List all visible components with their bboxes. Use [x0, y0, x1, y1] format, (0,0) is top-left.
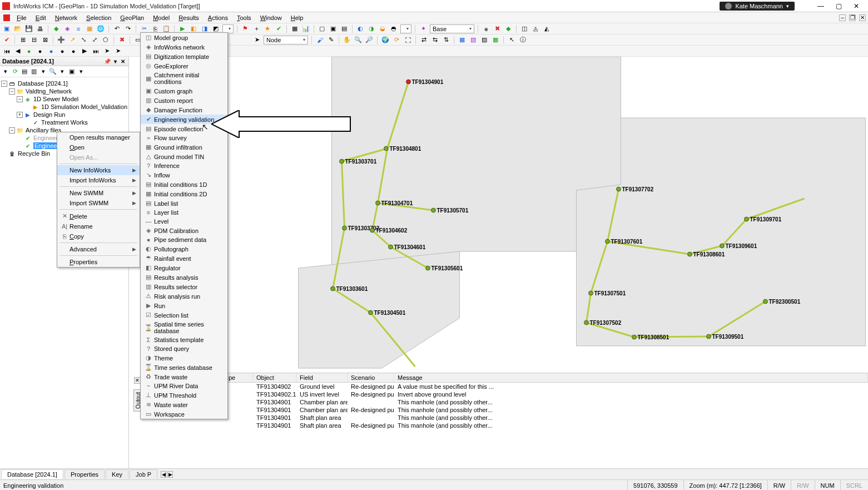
loop2-icon[interactable]: ➤ [113, 47, 122, 56]
node-add-icon[interactable]: ➕ [57, 36, 66, 44]
node[interactable] [688, 252, 692, 256]
theme-a-icon[interactable]: ◐ [356, 24, 365, 33]
tree-item[interactable]: ▶1D Simulation Model_Validation [1, 103, 127, 111]
menu-window[interactable]: Window [256, 13, 286, 22]
submenu-flow-survey[interactable]: ≈Flow survey [141, 133, 227, 142]
submenu-inflow[interactable]: ↘Inflow [141, 170, 227, 180]
node[interactable] [389, 245, 393, 249]
ctx-open-results[interactable]: Open results manager [57, 132, 140, 142]
play-icon[interactable]: ● [24, 47, 33, 56]
pen-icon[interactable]: ✎ [326, 36, 335, 44]
submenu-regulator[interactable]: ◧Regulator [141, 263, 227, 273]
submenu-digitization-template[interactable]: ▤Digitization template [141, 52, 227, 61]
node[interactable] [617, 187, 621, 191]
bottom-tab[interactable]: Database [2024.1] [1, 469, 63, 479]
step-icon[interactable]: ● [58, 47, 67, 56]
node[interactable] [376, 201, 380, 205]
tab-scroll-right-icon[interactable]: ▶ [167, 471, 173, 478]
grid-col-message[interactable]: Message [394, 373, 868, 382]
join-icon[interactable]: ⤢ [90, 36, 99, 44]
misc-g-icon[interactable]: ◭ [542, 24, 551, 33]
submenu-label-list[interactable]: ▤Label list [141, 199, 227, 208]
submenu-model-group[interactable]: ◫Model group [141, 33, 227, 42]
pt-a-icon[interactable]: ▾ [2, 68, 9, 76]
db-icon[interactable]: ◆ [52, 24, 61, 33]
object-type-dropdown[interactable]: Node▾ [264, 36, 308, 44]
zoom-out-icon[interactable]: 🔎 [365, 36, 374, 44]
net-c-icon[interactable]: ⊠ [41, 36, 49, 44]
menu-results[interactable]: Results [174, 13, 204, 22]
snap-b-icon[interactable]: ▣ [329, 24, 338, 33]
trace-c-icon[interactable]: ⇅ [442, 36, 450, 44]
ctx-new-infoworks[interactable]: New InfoWorks▶ [57, 165, 140, 175]
tab-scroll-left-icon[interactable]: ◀ [161, 471, 166, 478]
theme-dropdown[interactable]: ▾ [400, 24, 411, 33]
node[interactable] [343, 226, 347, 230]
pt-refresh-icon[interactable]: ⟳ [11, 68, 19, 76]
node[interactable] [431, 208, 436, 212]
ctx-delete[interactable]: ✕Delete [57, 211, 140, 221]
undo-icon[interactable]: ↶ [112, 24, 121, 33]
snap-c-icon[interactable]: ▤ [340, 24, 349, 33]
menu-tools[interactable]: Tools [232, 13, 256, 22]
scenario-dropdown[interactable]: Base▾ [430, 24, 474, 33]
link-add-icon[interactable]: ↗ [68, 36, 77, 44]
submenu-risk-analysis-run[interactable]: ⚠Risk analysis run [141, 291, 227, 301]
grid-row[interactable]: TF91304902.1US invert levelRe-designed p… [253, 390, 868, 398]
submenu-statistics-template[interactable]: ΣStatistics template [141, 335, 227, 344]
pt-find-icon[interactable]: 🔍 [49, 68, 57, 76]
grid-row[interactable]: TF91304901Chamber plan areaThis manhole … [253, 398, 868, 406]
arrow-cursor-icon[interactable]: ↖ [507, 36, 516, 44]
tree-item[interactable]: +▶Design Run [1, 111, 127, 118]
node[interactable] [426, 266, 430, 270]
info-icon[interactable]: ⓘ [518, 36, 527, 44]
pt-f-icon[interactable]: ▣ [68, 68, 76, 76]
ctx-copy[interactable]: ⎘Copy [57, 231, 140, 241]
pause-icon[interactable]: ● [36, 47, 44, 56]
submenu-custom-graph[interactable]: ▣Custom graph [141, 86, 227, 96]
pt-c-icon[interactable]: ▥ [30, 68, 38, 76]
mdi-restore-button[interactable]: ❐ [849, 14, 856, 21]
result-d-icon[interactable]: ▩ [491, 36, 500, 44]
pt-d-icon[interactable]: ▾ [39, 68, 47, 76]
panel-pin-icon[interactable]: 📌 [104, 58, 111, 65]
submenu-pipe-sediment-data[interactable]: ●Pipe sediment data [141, 235, 227, 244]
grid-col-object[interactable]: Object [253, 373, 296, 382]
node[interactable] [370, 228, 375, 232]
grid-col-scenario[interactable]: Scenario [348, 373, 394, 382]
menu-network[interactable]: Network [51, 13, 82, 22]
submenu-pollutograph[interactable]: ◐Pollutograph [141, 244, 227, 254]
ctx-new-swmm[interactable]: New SWMM▶ [57, 188, 140, 198]
globe-icon[interactable]: 🌐 [96, 24, 105, 33]
close-button[interactable]: ✕ [852, 2, 860, 10]
theme-c-icon[interactable]: ◒ [378, 24, 387, 33]
ctx-rename[interactable]: A|Rename [57, 221, 140, 231]
menu-selection[interactable]: Selection [82, 13, 116, 22]
node[interactable] [406, 80, 411, 84]
grid-col-type[interactable]: pe [225, 373, 253, 382]
node[interactable] [384, 146, 389, 151]
node[interactable] [589, 291, 593, 295]
node[interactable] [632, 335, 637, 339]
star-icon[interactable]: ★ [263, 24, 272, 33]
plus-icon[interactable]: ＋ [252, 24, 261, 33]
node[interactable] [584, 320, 589, 325]
result-c-icon[interactable]: ▨ [480, 36, 489, 44]
poly-icon[interactable]: ⬠ [101, 36, 110, 44]
save-icon[interactable]: 💾 [24, 24, 33, 33]
end-icon[interactable]: ⏭ [91, 47, 100, 56]
split-icon[interactable]: ⤡ [79, 36, 88, 44]
ctx-import-infoworks[interactable]: Import InfoWorks▶ [57, 175, 140, 185]
menu-actions[interactable]: Actions [204, 13, 232, 22]
grid-row[interactable]: TF91304902Ground levelRe-designed pumpA … [253, 383, 868, 390]
submenu-rainfall-event[interactable]: ☂Rainfall event [141, 254, 227, 263]
node[interactable] [745, 217, 749, 221]
chart-icon[interactable]: 📊 [301, 24, 310, 33]
submenu-stored-query[interactable]: ?Stored query [141, 344, 227, 353]
node[interactable] [720, 244, 725, 248]
delete-icon[interactable]: ✖ [117, 36, 126, 44]
submenu-initial-conditions-1d[interactable]: ▤Initial conditions 1D [141, 180, 227, 189]
tree-root[interactable]: −🗃Database [2024.1] [1, 80, 127, 87]
snap-a-icon[interactable]: ▢ [318, 24, 326, 33]
submenu-catchment-initial-conditions[interactable]: ▦Catchment initial conditions [141, 71, 227, 86]
